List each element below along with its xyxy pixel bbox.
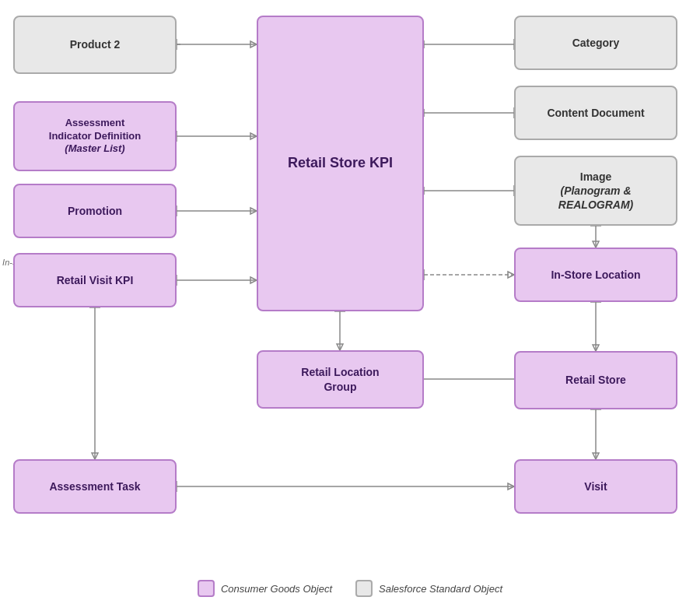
node-assessment-indicator: AssessmentIndicator Definition(Master Li… <box>13 101 177 171</box>
svg-marker-30 <box>337 344 343 350</box>
node-assessment-task: Assessment Task <box>13 459 177 514</box>
svg-marker-38 <box>92 453 98 459</box>
svg-marker-12 <box>250 277 257 283</box>
legend: Consumer Goods Object Salesforce Standar… <box>198 580 502 597</box>
node-retail-location-group: Retail LocationGroup <box>257 350 424 409</box>
svg-marker-3 <box>250 41 257 47</box>
node-in-store-location: In-Store Location <box>514 248 677 302</box>
node-retail-visit-kpi: Retail Visit KPI <box>13 253 177 307</box>
svg-marker-24 <box>593 241 599 248</box>
svg-marker-35 <box>593 345 599 351</box>
node-promotion: Promotion <box>13 184 177 238</box>
legend-salesforce-standard: Salesforce Standard Object <box>355 580 502 597</box>
node-image: Image(Planogram &REALOGRAM) <box>514 156 677 226</box>
node-retail-store: Retail Store <box>514 351 677 409</box>
svg-marker-6 <box>250 133 257 139</box>
svg-marker-9 <box>250 208 257 214</box>
node-retail-store-kpi: Retail Store KPI <box>257 16 424 311</box>
svg-marker-44 <box>593 453 599 459</box>
node-product2: Product 2 <box>13 16 177 74</box>
node-category: Category <box>514 16 677 70</box>
legend-consumer-goods: Consumer Goods Object <box>198 580 332 597</box>
legend-gray-box <box>355 580 373 597</box>
diagram-container: In-Store Location Category Product 2 Ass… <box>0 0 700 611</box>
svg-marker-41 <box>508 483 514 490</box>
legend-purple-box <box>198 580 215 597</box>
svg-marker-27 <box>508 272 514 278</box>
node-visit: Visit <box>514 459 677 514</box>
node-content-document: Content Document <box>514 86 677 140</box>
